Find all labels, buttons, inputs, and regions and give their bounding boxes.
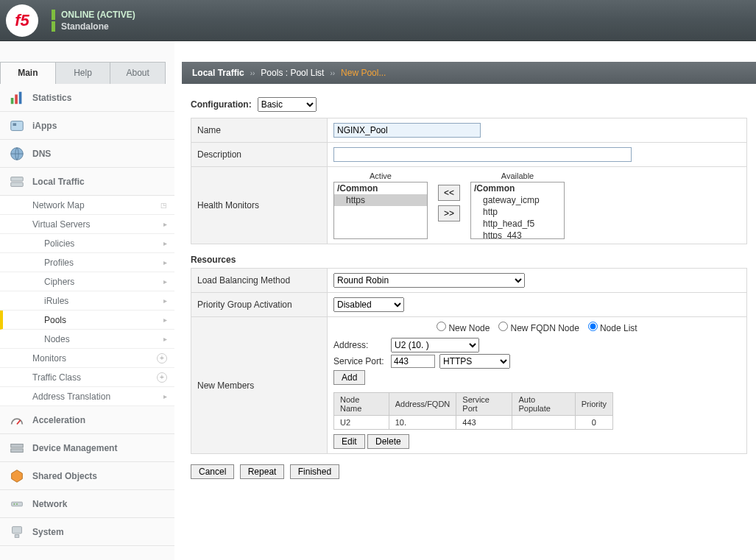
repeat-button[interactable]: Repeat [240,464,285,479]
col-service-port: Service Port [456,393,512,416]
hm-available-option[interactable]: gateway_icmp [471,194,564,206]
nav-profiles[interactable]: Profiles ▸ [0,253,174,272]
chevron-right-icon: ▸ [163,220,167,228]
hm-active-option[interactable]: https [334,194,427,206]
nav-irules[interactable]: iRules ▸ [0,291,174,311]
pool-name-input[interactable] [333,123,481,138]
hm-active-heading: Active [370,171,392,180]
svg-rect-6 [11,177,24,181]
address-label: Address: [333,340,391,350]
cell-prio: 0 [575,416,612,430]
nav-ciphers[interactable]: Ciphers ▸ [0,272,174,291]
add-member-button[interactable]: Add [333,370,365,385]
radio-new-fqdn-input[interactable] [498,322,508,331]
status-indicator-icon [52,10,55,20]
col-priority: Priority [575,393,612,416]
tab-about[interactable]: About [110,63,165,84]
f5-logo: f5 [6,4,38,37]
hm-available-option[interactable]: http [471,206,564,218]
svg-rect-4 [13,123,17,126]
popout-icon: ◳ [160,202,167,209]
radio-node-list[interactable]: Node List [588,322,637,333]
nav-device-management[interactable]: Device Management [0,434,174,462]
nav-irules-label: iRules [44,296,68,306]
local-traffic-icon [9,174,25,190]
configuration-label: Configuration: [191,99,252,110]
configuration-mode-select[interactable]: Basic [258,97,317,112]
crumb-pool-list[interactable]: Pools : Pool List [261,68,324,78]
nav-network-map[interactable]: Network Map ◳ [0,196,174,215]
nav-monitors-label: Monitors [32,353,66,364]
nav-shared-objects[interactable]: Shared Objects [0,462,174,490]
nav-profiles-label: Profiles [44,258,74,268]
edit-member-button[interactable]: Edit [333,434,365,449]
nav-iapps[interactable]: iApps [0,112,174,140]
iapps-icon [9,118,25,134]
nav-nodes[interactable]: Nodes ▸ [0,330,174,349]
service-port-proto-select[interactable]: HTTPS [439,354,510,369]
svg-point-14 [16,503,18,505]
crumb-sep-icon: ›› [330,69,335,77]
table-row[interactable]: U2 10. 443 0 [334,416,613,430]
svg-point-13 [13,503,15,505]
svg-line-8 [17,420,21,425]
nav-acceleration[interactable]: Acceleration [0,406,174,434]
nav-policies[interactable]: Policies ▸ [0,234,174,253]
radio-node-list-input[interactable] [588,322,598,331]
col-node-name: Node Name [334,393,389,416]
finished-button[interactable]: Finished [290,464,339,479]
health-monitors-label: Health Monitors [191,167,328,244]
svg-marker-11 [12,469,23,482]
content-area: Local Traffic ›› Pools : Pool List ›› Ne… [174,41,756,560]
nav-traffic-class[interactable]: Traffic Class + [0,368,174,387]
pool-description-input[interactable] [333,147,632,162]
nav-monitors[interactable]: Monitors + [0,349,174,368]
chevron-right-icon: ▸ [163,316,167,324]
nav-network-map-label: Network Map [32,200,85,210]
chevron-right-icon: ▸ [163,297,167,305]
col-auto-populate: Auto Populate [512,393,575,416]
nav-network[interactable]: Network [0,490,174,518]
nav-system[interactable]: System [0,518,174,546]
tab-help[interactable]: Help [56,63,111,84]
nav-addr-translation[interactable]: Address Translation ▸ [0,387,174,406]
col-address: Address/FQDN [389,393,456,416]
service-port-input[interactable] [391,355,435,368]
lb-method-select[interactable]: Round Robin [333,273,525,288]
name-label: Name [191,118,328,143]
breadcrumb: Local Traffic ›› Pools : Pool List ›› Ne… [182,62,756,84]
nav-network-label: Network [32,499,67,509]
chevron-right-icon: ▸ [163,277,167,286]
hm-move-right-button[interactable]: >> [438,205,460,221]
plus-icon[interactable]: + [157,372,167,383]
nav-statistics[interactable]: Statistics [0,84,174,112]
hm-active-list[interactable]: /Common https [333,182,428,239]
cell-addr: 10. [389,416,456,430]
nav-addr-translation-label: Address Translation [32,391,110,402]
nav-local-traffic[interactable]: Local Traffic [0,168,174,196]
delete-member-button[interactable]: Delete [367,434,409,449]
cancel-button[interactable]: Cancel [191,464,234,479]
nav-dns[interactable]: DNS [0,140,174,168]
plus-icon[interactable]: + [157,353,167,364]
address-select[interactable]: U2 (10. ) [391,338,479,352]
nav-virtual-servers[interactable]: Virtual Servers ▸ [0,215,174,234]
radio-new-fqdn[interactable]: New FQDN Node [498,322,579,333]
hm-available-option[interactable]: http_head_f5 [471,218,564,230]
radio-new-node[interactable]: New Node [437,322,490,333]
hm-move-left-button[interactable]: << [438,185,460,201]
hm-available-list[interactable]: /Common gateway_icmp http http_head_f5 h… [470,182,565,239]
stats-icon [9,90,25,106]
nav-virtual-servers-label: Virtual Servers [32,219,90,230]
nav-policies-label: Policies [44,238,74,249]
cell-port: 443 [456,416,512,430]
nav-acceleration-label: Acceleration [32,415,85,425]
pga-select[interactable]: Disabled [333,297,404,312]
hm-available-option[interactable]: https_443 [471,230,564,239]
nav-pools[interactable]: Pools ▸ [0,311,174,330]
nav-iapps-label: iApps [32,121,57,131]
tab-main[interactable]: Main [1,63,56,84]
radio-new-node-input[interactable] [437,322,446,331]
chevron-right-icon: ▸ [163,258,167,266]
status-block: ONLINE (ACTIVE) Standalone [52,9,135,32]
